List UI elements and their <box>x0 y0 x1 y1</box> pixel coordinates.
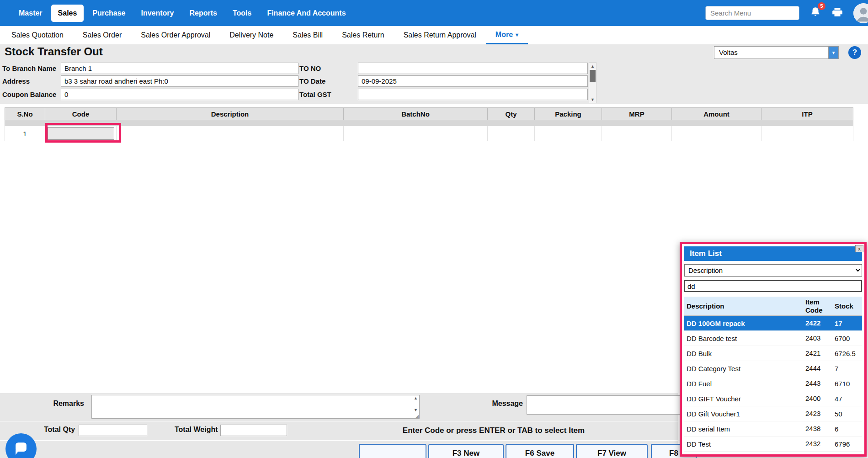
item-code: 2423 <box>805 410 835 417</box>
print-button[interactable] <box>831 6 843 20</box>
company-selector-dropdown-button[interactable]: ▾ <box>828 47 838 59</box>
code-cell-input[interactable] <box>48 127 114 140</box>
item-description: DD Barcode test <box>684 335 805 342</box>
to-date-input[interactable] <box>358 75 588 87</box>
scroll-up-icon[interactable]: ▲ <box>414 396 418 400</box>
tab-sales-order[interactable]: Sales Order <box>73 26 131 44</box>
column-header-batchno: BatchNo <box>344 108 488 120</box>
tab-sales-return-approval[interactable]: Sales Return Approval <box>394 26 486 44</box>
item-list-row[interactable]: DD Bulk 2421 6726.5 <box>684 346 862 361</box>
column-header-sno: S.No <box>5 108 45 120</box>
item-list-row[interactable]: DD Fuel 2443 6710 <box>684 376 862 391</box>
item-search-input[interactable] <box>684 280 862 292</box>
item-description: DD Fuel <box>684 380 805 388</box>
item-description: DD GIFT Voucher <box>684 395 805 403</box>
f3-new-button[interactable]: F3 New <box>428 444 504 458</box>
menu-master[interactable]: Master <box>12 5 49 22</box>
item-list-row[interactable]: DD 100GM repack 2422 17 <box>684 316 862 331</box>
item-code: 2438 <box>805 425 835 432</box>
chevron-down-icon: ▾ <box>516 32 518 37</box>
item-list-row[interactable]: DD serial Item 2438 6 <box>684 421 862 437</box>
item-list-rows: DD 100GM repack 2422 17 DD Barcode test … <box>684 316 862 452</box>
remarks-textarea[interactable] <box>92 395 419 418</box>
scroll-down-button[interactable]: ▼ <box>589 96 596 103</box>
total-gst-input[interactable] <box>358 89 588 100</box>
scroll-down-icon[interactable]: ▼ <box>414 408 418 412</box>
address-input[interactable] <box>61 75 298 87</box>
item-list-row[interactable]: DD Test 2432 6796 <box>684 437 862 452</box>
item-filter-select[interactable]: Description <box>684 264 862 277</box>
sales-sub-menu: Sales Quotation Sales Order Sales Order … <box>0 26 868 44</box>
tab-sales-return[interactable]: Sales Return <box>332 26 394 44</box>
total-qty-input[interactable] <box>79 425 147 436</box>
scrollbar-thumb[interactable] <box>590 70 596 82</box>
stock-transfer-out-page: Master Sales Purchase Inventory Reports … <box>0 0 868 458</box>
help-icon: ? <box>852 48 857 57</box>
column-header-mrp: MRP <box>602 108 672 120</box>
menu-purchase[interactable]: Purchase <box>85 5 132 22</box>
menu-reports[interactable]: Reports <box>182 5 224 22</box>
grid-header-row: S.No Code Description BatchNo Qty Packin… <box>5 107 853 120</box>
search-menu-input[interactable] <box>705 6 799 20</box>
menu-inventory[interactable]: Inventory <box>134 5 181 22</box>
column-header-packing: Packing <box>535 108 602 120</box>
item-list-row[interactable]: DD Category Test 2444 7 <box>684 361 862 376</box>
close-button[interactable]: x <box>855 245 863 252</box>
scroll-up-button[interactable]: ▲ <box>589 63 596 69</box>
tab-sales-quotation[interactable]: Sales Quotation <box>2 26 73 44</box>
f7-view-button[interactable]: F7 View <box>576 444 648 458</box>
coupon-balance-input[interactable] <box>61 89 298 100</box>
item-list-header-row: Description Item Code Stock <box>684 297 862 316</box>
menu-finance-and-accounts[interactable]: Finance And Accounts <box>260 5 352 22</box>
tab-sales-order-approval[interactable]: Sales Order Approval <box>131 26 220 44</box>
notifications-button[interactable]: 5 <box>809 6 821 20</box>
cell-packing <box>535 126 602 141</box>
item-list-header-stock: Stock <box>835 302 862 310</box>
column-header-itp: ITP <box>761 108 853 120</box>
item-code: 2443 <box>805 379 835 387</box>
column-header-qty: Qty <box>488 108 535 120</box>
resize-grip-icon[interactable]: ◢ <box>415 414 419 419</box>
to-branch-name-input[interactable] <box>61 63 298 74</box>
item-stock: 6726.5 <box>835 350 862 357</box>
total-weight-input[interactable] <box>220 425 287 436</box>
item-code: 2421 <box>805 349 835 357</box>
item-stock: 7 <box>835 365 862 373</box>
tab-more[interactable]: More ▾ <box>486 26 528 44</box>
item-grid: S.No Code Description BatchNo Qty Packin… <box>5 107 853 141</box>
avatar[interactable] <box>853 3 868 23</box>
item-list-row[interactable]: DD GIFT Voucher 2400 47 <box>684 391 862 406</box>
item-description: DD 100GM repack <box>684 320 805 327</box>
blank-action-button[interactable] <box>359 444 426 458</box>
item-list-row[interactable]: DD Barcode test 2403 6700 <box>684 331 862 346</box>
item-code: 2422 <box>805 319 835 327</box>
to-no-label: TO NO <box>299 63 321 74</box>
top-nav-right: 5 <box>705 3 868 23</box>
company-selector-value[interactable]: Voltas <box>714 47 828 59</box>
total-qty-label: Total Qty <box>44 426 75 434</box>
item-list-row[interactable]: DD Gift Voucher1 2423 50 <box>684 406 862 421</box>
to-date-label: TO Date <box>299 75 325 87</box>
tab-delivery-note[interactable]: Delivery Note <box>220 26 283 44</box>
item-stock: 17 <box>835 320 862 327</box>
item-list-popup: x Item List Description Description Item… <box>680 242 867 457</box>
item-stock: 6700 <box>835 335 862 342</box>
total-weight-label: Total Weight <box>175 426 218 434</box>
item-stock: 6 <box>835 425 862 433</box>
message-label: Message <box>487 399 523 408</box>
menu-sales[interactable]: Sales <box>51 5 84 22</box>
cell-itp <box>761 126 853 141</box>
tab-sales-bill[interactable]: Sales Bill <box>283 26 332 44</box>
item-stock: 47 <box>835 395 862 403</box>
remarks-field: ▲ ▼ ◢ <box>91 395 420 419</box>
remarks-label: Remarks <box>40 399 84 408</box>
item-list-title: Item List <box>684 246 862 261</box>
help-button[interactable]: ? <box>848 46 861 59</box>
form-scrollbar: ▲ ▼ <box>589 62 596 103</box>
item-code: 2432 <box>805 440 835 447</box>
notification-badge: 5 <box>818 2 825 10</box>
menu-tools[interactable]: Tools <box>226 5 258 22</box>
to-no-input[interactable] <box>358 63 588 74</box>
f6-save-button[interactable]: F6 Save <box>506 444 574 458</box>
column-header-description: Description <box>117 108 344 120</box>
